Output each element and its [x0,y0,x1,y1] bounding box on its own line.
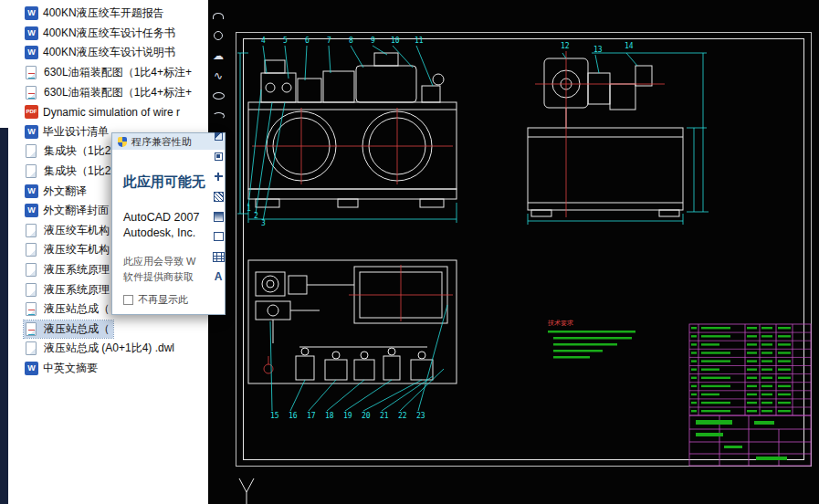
revision-cloud-tool-icon[interactable]: ☁ [209,46,227,66]
side-view [528,58,683,216]
autocad-canvas[interactable]: 1234567891011121314151617181920212223 技术… [208,0,819,504]
draw-toolbar: ☁ ∿ A [209,0,227,504]
word-file-icon: W [25,362,38,375]
svg-text:19: 19 [343,412,352,420]
file-name: 外文翻译 [43,184,87,199]
svg-text:8: 8 [349,37,353,45]
file-name: 液压站总成（ [44,321,110,337]
svg-text:22: 22 [398,412,407,420]
dialog-body: 此应用可能无 AutoCAD 2007 Autodesk, Inc. 此应用会导… [112,150,225,315]
file-row[interactable]: W400KN液压绞车开题报告 [0,4,208,24]
hatch-tool-icon[interactable] [209,186,227,206]
svg-text:16: 16 [289,412,298,420]
svg-text:9: 9 [371,37,375,45]
dont-show-again-label: 不再显示此 [138,293,188,307]
ellipse-arc-tool-icon[interactable] [209,106,227,126]
svg-text:1: 1 [247,205,251,213]
file-name: 液压站总成 (A0+1比4) .dwl [44,341,174,356]
front-view-centerlines [252,108,453,184]
file-name: 630L油箱装配图（1比4+标注+ [44,65,192,80]
file-name: 中英文摘要 [43,361,98,376]
file-row[interactable]: W400KN液压绞车设计任务书 [0,24,208,44]
file-name: 外文翻译封面 [43,203,109,218]
ellipse-tool-icon[interactable] [209,86,227,106]
svg-text:10: 10 [391,37,400,45]
plan-view [248,260,457,383]
file-name: 液压系统原理 [44,282,110,298]
file-name: 400KN液压绞车开题报告 [43,5,164,21]
dont-show-again-row[interactable]: 不再显示此 [123,293,188,307]
svg-text:15: 15 [270,412,279,420]
table-tool-icon[interactable] [209,247,227,267]
doc-file-icon [26,283,37,297]
file-name: 液压站总成（ [44,301,110,317]
drawing-frame [236,33,812,467]
background-window-edge [0,128,8,504]
doc-file-icon [26,341,37,355]
dialog-vendor: Autodesk, Inc. [123,226,217,239]
arc-tool-icon[interactable] [209,5,227,26]
revision-cloud-glyph: ☁ [213,50,224,61]
pdf-file-icon: PDF [25,105,38,119]
screen: W400KN液压绞车开题报告W400KN液压绞车设计任务书W400KN液压绞车设… [0,0,819,504]
word-file-icon: W [25,125,38,139]
svg-text:17: 17 [307,412,316,420]
notes-heading: 技术要求 [547,320,573,327]
svg-text:4: 4 [261,37,266,45]
circle-tool-icon[interactable] [209,26,227,46]
dont-show-again-checkbox[interactable] [123,295,133,305]
dialog-message: 此应用会导致 W 软件提供商获取 [123,254,217,285]
technical-notes: 技术要求 [547,320,635,359]
doc-file-icon [26,164,37,178]
mtext-glyph: A [215,270,223,283]
file-row[interactable]: PDFDynamic simulation of wire r [0,102,208,122]
dialog-title: 程序兼容性助 [131,135,192,149]
dwg-file-icon [26,302,37,316]
dwg-file-icon [26,86,37,100]
svg-text:2: 2 [254,212,258,220]
file-row[interactable]: 630L油箱装配图（1比4+标注+ [0,82,208,102]
file-row[interactable]: W400KN液压绞车设计说明书 [0,43,208,63]
file-name: 400KN液压绞车设计任务书 [43,26,175,41]
dialog-titlebar[interactable]: 程序兼容性助 [112,133,225,150]
make-block-tool-icon[interactable] [209,146,227,166]
insert-block-tool-icon[interactable] [209,126,227,146]
svg-text:12: 12 [561,42,570,50]
doc-file-icon [26,243,37,257]
svg-text:13: 13 [593,46,603,54]
word-file-icon: W [25,26,38,40]
file-row[interactable]: 630L油箱装配图（1比4+标注+ [0,63,208,83]
svg-text:3: 3 [261,219,266,227]
svg-text:6: 6 [305,37,310,45]
dialog-message-line1: 此应用会导致 W [123,256,195,267]
gradient-tool-icon[interactable] [209,206,227,226]
dwg-file-icon [26,66,37,79]
word-file-icon: W [25,204,38,217]
crosshair-cursor [239,478,254,504]
spline-glyph: ∿ [214,70,223,81]
word-file-icon: W [25,46,38,59]
svg-text:21: 21 [380,412,389,420]
file-row[interactable]: W中英文摘要 [0,359,208,379]
multiline-text-tool-icon[interactable]: A [209,267,227,287]
file-name: 集成块（1比2 [44,163,110,179]
file-row[interactable]: 液压站总成 (A0+1比4) .dwl [0,339,208,359]
dialog-message-line2: 软件提供商获取 [123,271,194,282]
file-name: 毕业设计清单 [43,124,109,140]
region-tool-icon[interactable] [209,226,227,247]
svg-text:7: 7 [327,37,331,45]
file-name: 液压绞车机构 [44,242,110,257]
spline-tool-icon[interactable]: ∿ [209,66,227,86]
cad-drawing: 1234567891011121314151617181920212223 技术… [208,0,819,504]
word-file-icon: W [25,184,38,198]
file-name: 液压绞车机构 [44,223,110,238]
file-name: 630L油箱装配图（1比4+标注+ [44,85,192,100]
svg-text:11: 11 [415,37,424,45]
point-tool-icon[interactable] [209,166,227,186]
file-name: 400KN液压绞车设计说明书 [43,45,175,60]
shield-icon [118,137,127,147]
dwg-file-icon [26,322,37,336]
svg-text:5: 5 [283,37,288,45]
file-row[interactable]: 液压站总成（ [0,320,208,340]
doc-file-icon [26,144,37,158]
